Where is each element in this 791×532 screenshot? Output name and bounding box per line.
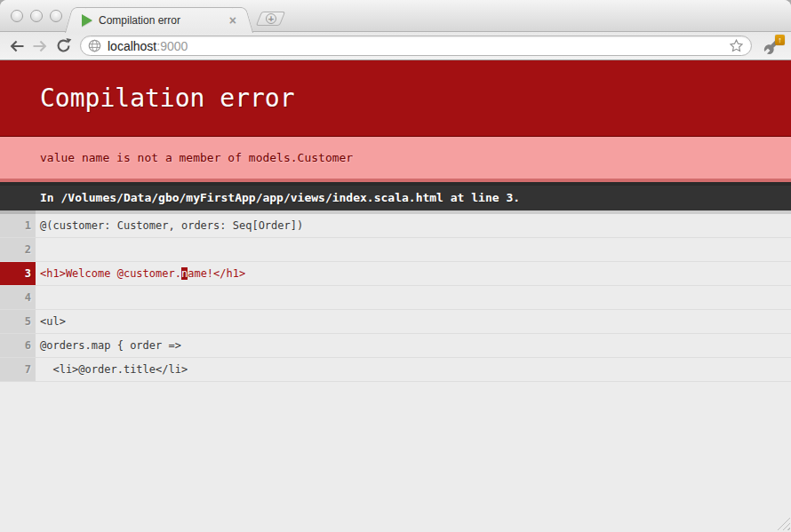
tab-close-icon[interactable]: ×	[229, 14, 236, 27]
reload-icon	[55, 37, 72, 54]
code-text	[36, 286, 791, 309]
error-detail: value name is not a member of models.Cus…	[0, 137, 791, 182]
forward-button[interactable]	[28, 35, 52, 58]
code-line-row: 3 <h1>Welcome @customer.name!</h1>	[0, 262, 791, 286]
code-listing: 1 @(customer: Customer, orders: Seq[Orde…	[0, 210, 791, 382]
browser-window: Compilation error × +	[0, 0, 791, 532]
code-line-row: 6 @orders.map { order =>	[0, 334, 791, 358]
line-number: 3	[0, 262, 36, 285]
wrench-menu-button[interactable]: ↑	[759, 34, 786, 59]
bookmark-star-icon[interactable]	[729, 38, 744, 53]
browser-toolbar: localhost:9000 ↑	[0, 32, 791, 60]
browser-tab[interactable]: Compilation error ×	[76, 7, 242, 33]
code-line-row: 1 @(customer: Customer, orders: Seq[Orde…	[0, 210, 791, 238]
zoom-window-button[interactable]	[50, 10, 62, 22]
page-title: Compilation error	[0, 60, 791, 137]
resize-grip-icon[interactable]	[777, 517, 790, 530]
line-number: 7	[0, 358, 36, 381]
tab-strip: Compilation error × +	[0, 0, 791, 32]
globe-icon	[88, 39, 101, 52]
line-number: 4	[0, 286, 36, 309]
forward-arrow-icon	[31, 37, 49, 55]
back-button[interactable]	[5, 35, 28, 58]
line-number: 1	[0, 210, 36, 237]
error-page: Compilation error value name is not a me…	[0, 60, 791, 531]
code-line-row: 5 <ul>	[0, 310, 791, 334]
code-text: <ul>	[36, 310, 791, 333]
reload-button[interactable]	[52, 35, 75, 58]
minimize-window-button[interactable]	[30, 10, 43, 22]
code-text: <h1>Welcome @customer.name!</h1>	[36, 262, 791, 285]
code-line-row: 7 <li>@order.title</li>	[0, 358, 791, 382]
line-number: 2	[0, 238, 36, 261]
url-host: localhost	[108, 39, 156, 53]
line-number: 6	[0, 334, 36, 357]
code-line-row: 4	[0, 286, 791, 310]
url-port: :9000	[156, 39, 188, 53]
play-framework-favicon-icon	[82, 14, 92, 27]
close-window-button[interactable]	[11, 10, 23, 22]
back-arrow-icon	[8, 37, 26, 55]
plus-icon: +	[266, 13, 276, 24]
line-number: 5	[0, 310, 36, 333]
code-text: @(customer: Customer, orders: Seq[Order]…	[36, 210, 791, 237]
code-text: @orders.map { order =>	[36, 334, 791, 357]
tab-title: Compilation error	[99, 14, 224, 27]
window-controls	[11, 10, 62, 22]
error-location: In /Volumes/Data/gbo/myFirstApp/app/view…	[0, 182, 791, 210]
code-text	[36, 238, 791, 261]
code-text: <li>@order.title</li>	[36, 358, 791, 381]
update-badge-icon: ↑	[775, 35, 785, 45]
url-text: localhost:9000	[108, 39, 729, 53]
code-line-row: 2	[0, 238, 791, 262]
address-bar[interactable]: localhost:9000	[80, 36, 752, 56]
new-tab-button[interactable]: +	[256, 12, 285, 26]
